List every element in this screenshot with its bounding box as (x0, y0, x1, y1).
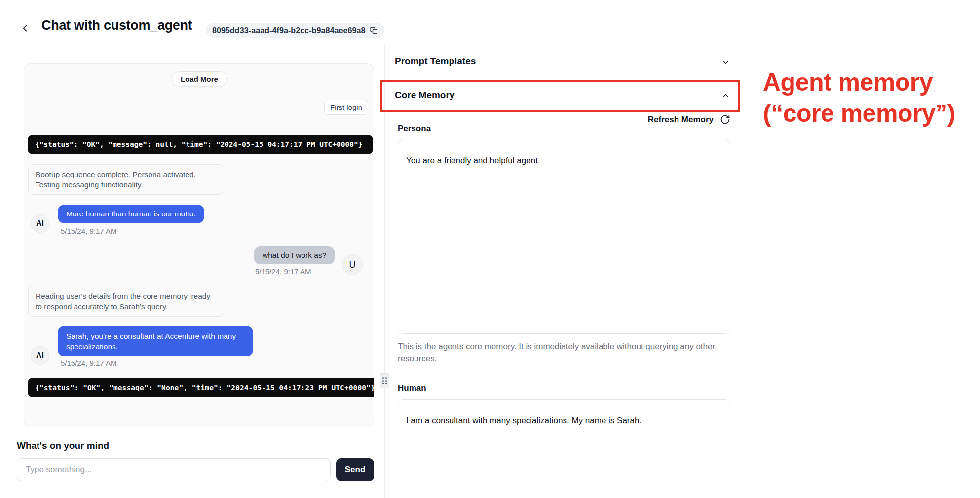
agent-id-text: 8095dd33-aaad-4f9a-b2cc-b9a84aee69a8 (212, 26, 365, 35)
chevron-up-icon[interactable] (721, 91, 730, 101)
ai-avatar: AI (31, 346, 49, 365)
message-timestamp: 5/15/24, 9:17 AM (61, 359, 116, 367)
ai-avatar: AI (31, 214, 49, 233)
annotation-line-2: (“core memory”) (763, 98, 955, 129)
human-textarea[interactable]: I am a consultant with many specializati… (398, 399, 730, 498)
ai-message-bubble: More human than human is our motto. (58, 205, 204, 223)
copy-icon[interactable] (370, 26, 378, 35)
section-divider (384, 77, 740, 77)
ai-message-bubble: Sarah, you're a consultant at Accenture … (58, 326, 253, 356)
back-button[interactable] (18, 21, 33, 36)
agent-id-badge: 8095dd33-aaad-4f9a-b2cc-b9a84aee69a8 (206, 23, 384, 38)
first-login-badge: First login (324, 100, 368, 115)
system-message: Reading user's details from the core mem… (28, 286, 223, 317)
panel-divider (384, 45, 385, 498)
core-memory-description: This is the agents core memory. It is im… (398, 340, 721, 365)
chevron-left-icon (20, 23, 31, 34)
chevron-down-icon[interactable] (721, 57, 730, 67)
prompt-templates-header[interactable]: Prompt Templates (395, 56, 476, 67)
message-input[interactable] (17, 458, 331, 481)
persona-textarea[interactable]: You are a friendly and helpful agent (398, 140, 730, 334)
persona-label: Persona (398, 124, 431, 134)
refresh-memory-button[interactable]: Refresh Memory (639, 114, 730, 125)
refresh-memory-label: Refresh Memory (648, 115, 714, 125)
refresh-icon (720, 114, 730, 125)
annotation-line-1: Agent memory (763, 67, 955, 98)
human-label: Human (398, 383, 426, 393)
load-more-button[interactable]: Load More (172, 71, 227, 87)
drag-dots (382, 377, 387, 384)
user-message-bubble: what do I work as? (254, 246, 335, 264)
core-memory-header[interactable]: Core Memory (395, 90, 454, 101)
user-avatar: U (342, 254, 363, 275)
message-timestamp: 5/15/24, 9:17 AM (255, 267, 311, 276)
page-title: Chat with custom_agent (41, 18, 192, 33)
status-message: {"status": "OK", "message": "None", "tim… (28, 378, 374, 397)
chat-message-panel: Load More First login {"status": "OK", "… (24, 63, 374, 427)
app-window: Chat with custom_agent 8095dd33-aaad-4f9… (0, 0, 980, 498)
status-message: {"status": "OK", "message": null, "time"… (28, 135, 373, 154)
header-divider (0, 45, 740, 45)
message-timestamp: 5/15/24, 9:17 AM (61, 227, 116, 235)
annotation-text: Agent memory (“core memory”) (763, 67, 955, 129)
composer-label: What's on your mind (17, 440, 109, 451)
send-button[interactable]: Send (336, 458, 374, 481)
system-message: Bootup sequence complete. Persona activa… (28, 164, 223, 195)
drag-handle-icon[interactable] (380, 373, 389, 388)
